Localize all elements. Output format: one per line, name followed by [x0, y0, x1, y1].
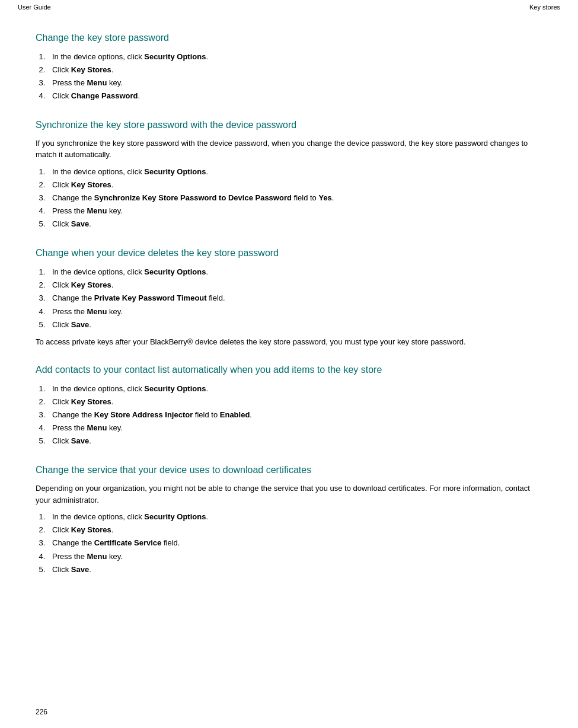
step-item: Press the Menu key.	[47, 205, 542, 218]
page-footer: 226	[36, 708, 47, 716]
step-item: Click Save.	[47, 563, 542, 576]
sections-container: Change the key store passwordIn the devi…	[36, 32, 542, 576]
section-change-when-device-deletes: Change when your device deletes the key …	[36, 247, 542, 347]
section-synchronize-key-store-password: Synchronize the key store password with …	[36, 119, 542, 231]
section-title-change-key-store-password: Change the key store password	[36, 32, 542, 44]
section-title-add-contacts-automatically: Add contacts to your contact list automa…	[36, 364, 542, 376]
section-title-change-service-download-certificates: Change the service that your device uses…	[36, 464, 542, 477]
step-item: Change the Key Store Address Injector fi…	[47, 408, 542, 422]
section-title-synchronize-key-store-password: Synchronize the key store password with …	[36, 119, 542, 132]
steps-list-change-when-device-deletes: In the device options, click Security Op…	[47, 266, 542, 331]
step-item: Click Key Stores.	[47, 395, 542, 408]
step-item: Press the Menu key.	[47, 305, 542, 318]
step-item: In the device options, click Security Op…	[47, 50, 542, 63]
section-title-change-when-device-deletes: Change when your device deletes the key …	[36, 247, 542, 260]
steps-list-change-key-store-password: In the device options, click Security Op…	[47, 50, 542, 103]
section-desc-change-service-download-certificates: Depending on your organization, you migh…	[36, 483, 542, 506]
steps-list-synchronize-key-store-password: In the device options, click Security Op…	[47, 165, 542, 231]
step-item: Press the Menu key.	[47, 550, 542, 563]
section-add-contacts-automatically: Add contacts to your contact list automa…	[36, 364, 542, 448]
step-item: Change the Private Key Password Timeout …	[47, 292, 542, 305]
header-left: User Guide	[18, 4, 51, 11]
section-change-service-download-certificates: Change the service that your device uses…	[36, 464, 542, 576]
step-item: Click Save.	[47, 435, 542, 448]
step-item: In the device options, click Security Op…	[47, 510, 542, 523]
step-item: Change the Certificate Service field.	[47, 537, 542, 550]
step-item: Click Key Stores.	[47, 63, 542, 76]
step-item: Press the Menu key.	[47, 422, 542, 435]
steps-list-add-contacts-automatically: In the device options, click Security Op…	[47, 382, 542, 448]
step-item: In the device options, click Security Op…	[47, 165, 542, 178]
section-change-key-store-password: Change the key store passwordIn the devi…	[36, 32, 542, 103]
steps-list-change-service-download-certificates: In the device options, click Security Op…	[47, 510, 542, 576]
section-note-change-when-device-deletes: To access private keys after your BlackB…	[36, 336, 542, 348]
step-item: Press the Menu key.	[47, 76, 542, 90]
step-item: Click Save.	[47, 218, 542, 231]
step-item: Click Key Stores.	[47, 279, 542, 292]
step-item: Click Key Stores.	[47, 523, 542, 537]
section-desc-synchronize-key-store-password: If you synchronize the key store passwor…	[36, 138, 542, 161]
page-header: User Guide Key stores	[0, 0, 578, 14]
step-item: In the device options, click Security Op…	[47, 266, 542, 279]
step-item: Change the Synchronize Key Store Passwor…	[47, 191, 542, 205]
step-item: Click Save.	[47, 318, 542, 331]
step-item: Click Key Stores.	[47, 178, 542, 191]
header-right: Key stores	[529, 4, 560, 11]
main-content: Change the key store passwordIn the devi…	[0, 14, 578, 617]
step-item: Click Change Password.	[47, 90, 542, 103]
step-item: In the device options, click Security Op…	[47, 382, 542, 395]
page-number: 226	[36, 708, 47, 716]
